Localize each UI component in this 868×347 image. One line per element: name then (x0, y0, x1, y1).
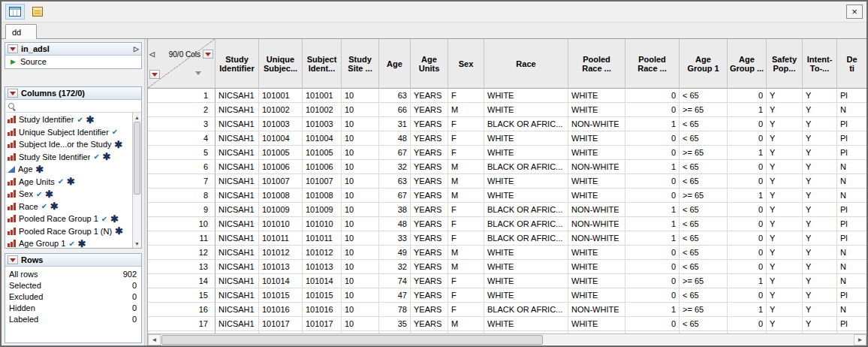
cell[interactable]: WHITE (568, 288, 625, 303)
column-header[interactable]: Pooled Race ... (625, 39, 680, 89)
column-header[interactable]: Safety Pop... (767, 39, 803, 89)
cell[interactable]: < 65 (680, 174, 728, 189)
cell[interactable]: 10 (342, 160, 379, 174)
cell[interactable]: YEARS (411, 231, 448, 246)
cell[interactable]: 0 (728, 317, 767, 331)
cell[interactable]: Y (803, 231, 837, 246)
cell[interactable]: Pl (837, 231, 866, 246)
row-number[interactable]: 14 (148, 274, 215, 288)
cell[interactable]: 10 (342, 174, 379, 189)
cell[interactable]: 101015 (259, 288, 303, 303)
cell[interactable]: 74 (379, 274, 411, 288)
cell[interactable]: 1 (728, 274, 767, 288)
cell[interactable]: N (837, 189, 866, 203)
cell[interactable]: N (837, 246, 866, 260)
cell[interactable]: Y (767, 288, 803, 303)
data-table-window-button[interactable] (5, 4, 25, 20)
cell[interactable]: 101010 (303, 217, 342, 231)
cell[interactable]: BLACK OR AFRIC... (484, 117, 568, 131)
cell[interactable]: 101008 (259, 189, 303, 203)
cell[interactable]: NICSAH1 (215, 274, 259, 288)
cell[interactable]: Y (767, 146, 803, 160)
cell[interactable]: 0 (625, 288, 680, 303)
column-list-item[interactable]: Age Group 1✔✱ (5, 237, 132, 248)
cell[interactable]: WHITE (568, 89, 625, 103)
row-number[interactable]: 1 (148, 89, 215, 103)
cell[interactable]: < 65 (680, 260, 728, 274)
v-scroll-thumb[interactable] (134, 122, 140, 195)
rows-stat-row[interactable]: All rows902 (5, 268, 141, 279)
cell[interactable]: < 65 (680, 131, 728, 146)
cell[interactable]: M (448, 246, 484, 260)
scroll-down-icon[interactable]: ▼ (133, 239, 141, 248)
cell[interactable]: BLACK OR AFRIC... (484, 160, 568, 174)
cell[interactable]: 66 (379, 103, 411, 117)
cell[interactable]: WHITE (568, 317, 625, 331)
cell[interactable]: 0 (625, 246, 680, 260)
cell[interactable]: WHITE (484, 174, 568, 189)
cell[interactable]: 101008 (303, 189, 342, 203)
cell[interactable]: BLACK OR AFRIC... (484, 303, 568, 317)
cell[interactable]: 101017 (259, 317, 303, 331)
cell[interactable]: WHITE (568, 246, 625, 260)
cell[interactable]: Y (767, 160, 803, 174)
cell[interactable]: 1 (728, 146, 767, 160)
cell[interactable]: 1 (728, 103, 767, 117)
cell[interactable]: F (448, 303, 484, 317)
cell[interactable]: F (448, 131, 484, 146)
row-number[interactable]: 11 (148, 231, 215, 246)
cell[interactable]: WHITE (568, 146, 625, 160)
cell[interactable]: N (837, 103, 866, 117)
cell[interactable]: WHITE (568, 131, 625, 146)
cell[interactable]: < 65 (680, 288, 728, 303)
cell[interactable]: Y (803, 260, 837, 274)
cell[interactable]: WHITE (484, 260, 568, 274)
cell[interactable]: 101007 (259, 174, 303, 189)
cell[interactable]: WHITE (484, 103, 568, 117)
cell[interactable]: Y (767, 274, 803, 288)
cell[interactable]: NICSAH1 (215, 174, 259, 189)
cell[interactable]: 101009 (259, 203, 303, 217)
cell[interactable]: 10 (342, 288, 379, 303)
cell[interactable]: Y (803, 274, 837, 288)
cell[interactable]: 101013 (259, 260, 303, 274)
cell[interactable]: 10 (342, 117, 379, 131)
cell[interactable]: Pl (837, 288, 866, 303)
cell[interactable]: 101005 (259, 146, 303, 160)
cell[interactable]: N (837, 303, 866, 317)
cell[interactable]: 0 (728, 89, 767, 103)
cell[interactable]: YEARS (411, 160, 448, 174)
cell[interactable]: WHITE (568, 274, 625, 288)
cell[interactable]: YEARS (411, 303, 448, 317)
cell[interactable]: Y (803, 217, 837, 231)
cell[interactable]: < 65 (680, 217, 728, 231)
cell[interactable]: NON-WHITE (568, 217, 625, 231)
cell[interactable]: WHITE (568, 174, 625, 189)
close-button[interactable]: × (846, 5, 863, 19)
rows-stat-row[interactable]: Hidden0 (5, 302, 141, 313)
cell[interactable]: 101009 (303, 203, 342, 217)
cell[interactable]: Y (767, 189, 803, 203)
cell[interactable]: Y (803, 89, 837, 103)
cell[interactable]: NICSAH1 (215, 303, 259, 317)
cell[interactable]: YEARS (411, 131, 448, 146)
column-header[interactable]: De ti (837, 39, 866, 89)
cell[interactable]: 0 (728, 131, 767, 146)
cell[interactable]: F (448, 274, 484, 288)
cell[interactable]: 47 (379, 288, 411, 303)
rows-panel-menu-icon[interactable] (8, 255, 18, 264)
cell[interactable]: 10 (342, 103, 379, 117)
row-number[interactable]: 12 (148, 246, 215, 260)
cell[interactable]: 101002 (259, 103, 303, 117)
column-list-item[interactable]: Pooled Race Group 1 (N)✱ (5, 225, 132, 238)
cell[interactable]: Y (803, 131, 837, 146)
cell[interactable]: 101010 (259, 217, 303, 231)
cell[interactable]: < 65 (680, 160, 728, 174)
cell[interactable]: 1 (625, 117, 680, 131)
cell[interactable]: 63 (379, 174, 411, 189)
cell[interactable]: 32 (379, 260, 411, 274)
cell[interactable]: 33 (379, 231, 411, 246)
cell[interactable]: 101005 (303, 146, 342, 160)
cell[interactable]: NICSAH1 (215, 231, 259, 246)
column-list-item[interactable]: Age✱ (5, 163, 132, 176)
